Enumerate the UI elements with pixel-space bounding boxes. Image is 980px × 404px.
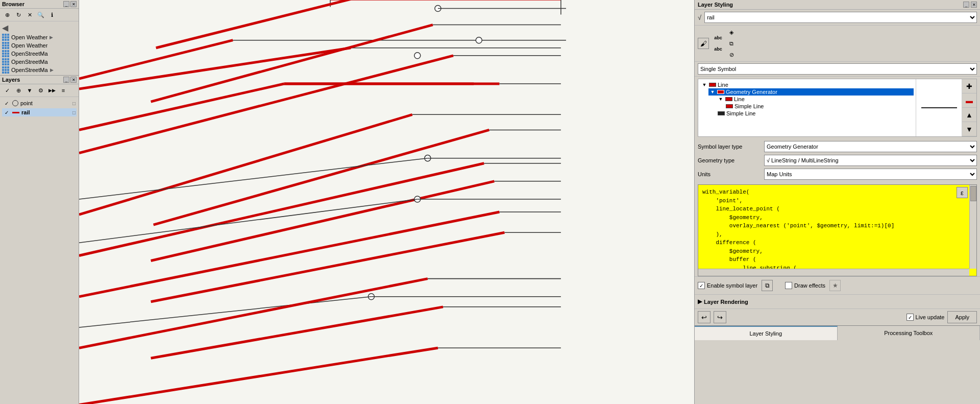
abc-icon-2[interactable]: abc (713, 44, 723, 54)
expression-text[interactable]: with_variable( 'point', line_locate_poin… (698, 185, 976, 276)
tree-remove-btn[interactable]: ▬ (962, 93, 976, 108)
history-icon[interactable]: ⊘ (726, 50, 737, 60)
draw-effects-row: Draw effects (785, 282, 825, 289)
symbol-layer-type-row: Symbol layer type Geometry Generator (698, 141, 977, 152)
layer-item-rail[interactable]: ✓ rail □ (2, 108, 77, 116)
layer-symbol-rail (12, 112, 19, 113)
browser-titlebar-icons: _ ✕ (63, 1, 77, 7)
browser-btn-2[interactable]: ↻ (13, 10, 23, 20)
layers-list: ✓ point □ ✓ rail □ (0, 97, 79, 404)
layer-icon[interactable]: ⧉ (726, 38, 737, 49)
bottom-tabs: Layer Styling Processing Toolbox (695, 325, 980, 340)
styling-close[interactable]: ✕ (971, 2, 977, 8)
symbol-layer-type-label: Symbol layer type (698, 144, 764, 150)
browser-section: Browser _ ✕ ⊕ ↻ ✕ 🔍 ℹ ◀ Open Weather ▶ (0, 0, 79, 76)
browser-minimize[interactable]: _ (63, 1, 69, 7)
right-titlebar-btns: _ ✕ (963, 2, 977, 8)
tree-add-btn[interactable]: ✚ (962, 79, 976, 93)
enable-symbol-icon-btn[interactable]: ⧉ (762, 280, 773, 291)
styling-toolbar: 🖌 abc abc ◈ ⧉ ⊘ (695, 26, 980, 62)
browser-item-open-weather-2[interactable]: Open Weather (0, 41, 79, 50)
grid-icon-1 (2, 34, 9, 41)
browser-item-osm-3[interactable]: OpenStreetMa ▶ (0, 66, 79, 74)
live-update-checkbox[interactable]: ✓ (906, 314, 914, 321)
browser-item-open-weather-1[interactable]: Open Weather ▶ (0, 33, 79, 41)
3d-icon[interactable]: ◈ (726, 27, 737, 37)
bottom-controls: ↩ ↪ ✓ Live update Apply (695, 308, 980, 325)
browser-item-label-2: Open Weather (11, 42, 47, 49)
draw-effects-icon-btn[interactable]: ★ (829, 280, 841, 291)
tab-processing-toolbox[interactable]: Processing Toolbox (838, 326, 981, 340)
layers-btn-expand[interactable]: ≡ (58, 85, 68, 96)
styling-minimize[interactable]: _ (963, 2, 969, 8)
symbol-tree-container: ▼ Line ▼ Geometry Generator ▼ Line (698, 79, 977, 137)
layer-check-rail[interactable]: ✓ (3, 109, 10, 116)
layers-btn-check[interactable]: ✓ (2, 85, 12, 96)
expression-edit-btn[interactable]: ε (957, 187, 968, 198)
browser-item-1[interactable]: ◀ (0, 22, 79, 33)
layer-rendering-section: ▶ Layer Rendering (695, 294, 980, 308)
tab-layer-styling[interactable]: Layer Styling (695, 326, 838, 340)
tree-arrow-line: ▼ (701, 82, 707, 88)
browser-scroll-left[interactable]: ◀ (2, 23, 8, 33)
style-paint-icon[interactable]: 🖌 (698, 38, 709, 49)
layers-titlebar-icons: _ ✕ (63, 77, 77, 83)
tree-node-geomgen[interactable]: ▼ Geometry Generator (708, 88, 914, 96)
browser-close[interactable]: ✕ (70, 1, 77, 7)
layers-minimize[interactable]: _ (63, 77, 69, 83)
layers-btn-filter[interactable]: ▼ (24, 85, 35, 96)
tree-up-btn[interactable]: ▲ (962, 108, 976, 122)
enable-symbol-label[interactable]: ✓ Enable symbol layer (698, 282, 757, 289)
symbol-preview-line (921, 107, 957, 108)
tree-down-btn[interactable]: ▼ (962, 122, 976, 136)
layer-select-dropdown[interactable]: rail (704, 12, 977, 23)
browser-item-osm-2[interactable]: OpenStreetMa (0, 58, 79, 66)
layer-item-point[interactable]: ✓ point □ (2, 99, 77, 107)
browser-item-osm-1[interactable]: OpenStreetMa (0, 50, 79, 58)
browser-btn-4[interactable]: 🔍 (36, 10, 46, 20)
node-color-line-sub (725, 97, 732, 101)
tree-node-line-sub[interactable]: ▼ Line (717, 96, 914, 103)
layer-check-point[interactable]: ✓ (3, 100, 10, 107)
node-label-geomgen: Geometry Generator (726, 89, 777, 95)
layers-btn-more[interactable]: ▶▶ (47, 85, 57, 96)
live-update-row: ✓ Live update (906, 314, 945, 321)
side-icons-2: ◈ ⧉ ⊘ (726, 27, 737, 60)
redo-btn[interactable]: ↪ (714, 311, 726, 323)
layers-btn-settings[interactable]: ⚙ (36, 85, 46, 96)
expr-scrollbar-h[interactable] (698, 269, 969, 276)
browser-btn-3[interactable]: ✕ (24, 10, 35, 20)
browser-btn-5[interactable]: ℹ (47, 10, 57, 20)
expr-scrollbar-v[interactable] (969, 185, 976, 269)
browser-item-label-5: OpenStreetMa (11, 67, 48, 73)
tree-node-line[interactable]: ▼ Line (700, 81, 914, 88)
draw-effects-checkbox[interactable] (785, 282, 792, 289)
undo-btn[interactable]: ↩ (698, 311, 710, 323)
enable-symbol-text: Enable symbol layer (707, 282, 757, 289)
abc-icon-1[interactable]: abc (713, 33, 723, 43)
geometry-type-select[interactable]: √ LineString / MultiLineString (764, 155, 977, 166)
tree-node-simpleline1[interactable]: Simple Line (725, 103, 914, 110)
node-color-geomgen (717, 90, 724, 94)
browser-btn-1[interactable]: ⊕ (2, 10, 12, 20)
single-symbol-select[interactable]: Single Symbol (698, 63, 977, 75)
left-panel: Browser _ ✕ ⊕ ↻ ✕ 🔍 ℹ ◀ Open Weather ▶ (0, 0, 79, 404)
node-label-line: Line (718, 82, 728, 88)
symbol-layer-type-select[interactable]: Geometry Generator (764, 141, 977, 152)
units-select[interactable]: Map Units (764, 169, 977, 180)
apply-button[interactable]: Apply (947, 311, 977, 323)
symbol-tree: ▼ Line ▼ Geometry Generator ▼ Line (698, 79, 916, 136)
enable-symbol-checkbox[interactable]: ✓ (698, 282, 705, 289)
layer-visibility-rail: □ (72, 110, 76, 115)
map-area[interactable] (79, 0, 694, 404)
layer-styling-title: Layer Styling (698, 2, 733, 8)
layer-rendering-title: Layer Rendering (704, 299, 748, 305)
layers-btn-add[interactable]: ⊕ (13, 85, 23, 96)
browser-titlebar: Browser _ ✕ (0, 0, 79, 9)
node-color-simpleline2 (718, 111, 725, 115)
layer-select-row: √ rail (695, 10, 980, 26)
layer-rendering-header[interactable]: ▶ Layer Rendering (698, 297, 977, 306)
layers-close[interactable]: ✕ (70, 77, 77, 83)
map-canvas (79, 0, 694, 404)
tree-node-simpleline2[interactable]: Simple Line (717, 110, 914, 117)
